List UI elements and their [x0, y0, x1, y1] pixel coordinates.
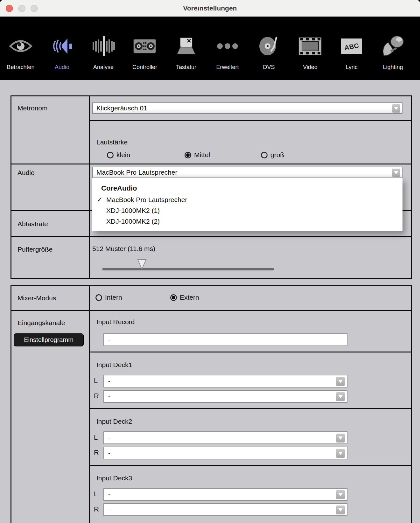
toolbar-item-video[interactable]: Video	[290, 31, 331, 71]
mixer-settings-table: Mixer-Modus Intern Extern Eingangskanäle…	[10, 285, 412, 523]
toolbar-item-label: Lighting	[383, 64, 403, 71]
dj-controller-icon	[133, 31, 156, 61]
deck1-l-select[interactable]: -	[103, 375, 347, 387]
radio-unselected-icon	[261, 152, 268, 158]
channel-l-label: L	[94, 433, 98, 442]
toolbar-item-label: Video	[303, 64, 318, 71]
mixer-modus-label: Mixer-Modus	[11, 286, 90, 310]
keyboard-key-icon	[176, 31, 197, 61]
input-record-field[interactable]: -	[103, 333, 347, 346]
toolbar-item-analyse[interactable]: Analyse	[83, 31, 124, 71]
eye-icon	[9, 31, 32, 61]
abc-icon: ABC	[340, 31, 363, 61]
metronom-row: Metronom Klickgeräusch 01 Lautstärke kle…	[11, 96, 411, 164]
channel-r-label: R	[94, 392, 99, 400]
dropdown-arrow-icon	[336, 449, 345, 458]
close-button[interactable]	[6, 5, 13, 12]
buffer-size-value: 512 Muster (11.6 ms)	[92, 245, 155, 253]
metronom-volume-area: Lautstärke klein Mittel groß	[90, 121, 411, 164]
menu-item-xdj-1000mk2-1[interactable]: XDJ-1000MK2 (1)	[92, 205, 402, 216]
radio-unselected-icon	[107, 152, 114, 158]
window-controls	[6, 5, 38, 12]
volume-label: Lautstärke	[96, 138, 128, 146]
moving-head-light-icon	[381, 31, 405, 61]
buffer-slider-track[interactable]	[102, 268, 274, 270]
preferences-toolbar: Betrachten Audio	[0, 17, 420, 80]
eingangskanaele-row: Eingangskanäle Einstellprogramm Input Re…	[11, 311, 411, 523]
waveform-bars-icon	[92, 31, 115, 61]
toolbar-item-label: Analyse	[93, 64, 114, 71]
toolbar-item-erweitert[interactable]: Erweitert	[207, 31, 248, 71]
dropdown-arrow-icon	[336, 377, 345, 386]
input-deck3-label: Input Deck3	[96, 474, 132, 482]
input-deck2-section: Input Deck2 L - R -	[90, 409, 411, 466]
channel-l-label: L	[94, 377, 98, 385]
toolbar-item-label: Erweitert	[216, 64, 239, 71]
toolbar-item-lyric[interactable]: ABC Lyric	[331, 31, 372, 71]
toolbar-item-label: Lyric	[346, 64, 357, 71]
deck2-l-select[interactable]: -	[103, 431, 347, 444]
preferences-window: Voreinstellungen Betrachten	[0, 0, 420, 523]
metronom-label: Metronom	[11, 96, 90, 164]
audio-label: Audio	[11, 164, 90, 210]
eingangskanaele-label: Eingangskanäle	[18, 319, 65, 326]
input-deck1-label: Input Deck1	[96, 361, 132, 369]
toolbar-item-betrachten[interactable]: Betrachten	[0, 31, 41, 71]
input-record-label: Input Record	[96, 318, 135, 326]
metronom-sound-select[interactable]: Klickgeräusch 01	[92, 102, 402, 114]
dropdown-arrow-icon	[392, 104, 400, 113]
deck3-l-select[interactable]: -	[103, 488, 347, 501]
mixer-option-intern[interactable]: Intern	[95, 294, 122, 301]
dropdown-arrow-icon	[392, 169, 400, 177]
volume-option-mittel[interactable]: Mittel	[185, 151, 210, 159]
toolbar-item-label: Audio	[55, 64, 69, 71]
toolbar-item-label: Controller	[132, 64, 157, 71]
input-record-section: Input Record -	[90, 311, 411, 352]
input-deck3-section: Input Deck3 L - R -	[90, 466, 411, 523]
deck2-r-select[interactable]: -	[103, 447, 347, 459]
input-deck1-section: Input Deck1 L - R -	[90, 352, 411, 409]
metronom-sound-value: Klickgeräusch 01	[96, 104, 147, 112]
dropdown-arrow-icon	[336, 392, 345, 401]
volume-option-klein[interactable]: klein	[107, 151, 130, 159]
channel-r-label: R	[94, 505, 99, 513]
toolbar-item-controller[interactable]: Controller	[124, 31, 165, 71]
mixer-modus-row: Mixer-Modus Intern Extern	[11, 286, 411, 311]
audio-device-select[interactable]: MacBook Pro Lautsprecher	[92, 167, 402, 178]
toolbar-item-tastatur[interactable]: Tastatur	[165, 31, 207, 71]
radio-selected-icon	[170, 294, 177, 301]
dropdown-arrow-icon	[336, 506, 345, 514]
dropdown-group-header: CoreAudio	[92, 184, 402, 194]
turntable-icon	[259, 31, 279, 61]
toolbar-item-audio[interactable]: Audio	[41, 31, 83, 71]
toolbar-item-label: Betrachten	[7, 64, 34, 71]
check-icon: ✓	[97, 194, 102, 205]
speaker-waves-icon	[51, 31, 73, 61]
radio-selected-icon	[185, 152, 191, 158]
menu-item-xdj-1000mk2-2[interactable]: XDJ-1000MK2 (2)	[92, 216, 402, 227]
volume-option-gross[interactable]: groß	[261, 151, 284, 159]
film-frame-icon	[298, 31, 322, 61]
dropdown-arrow-icon	[336, 434, 345, 443]
menu-item-macbook-pro-lautsprecher[interactable]: ✓ MacBook Pro Lautsprecher	[92, 194, 402, 205]
minimize-button[interactable]	[18, 5, 25, 12]
deck3-r-select[interactable]: -	[103, 503, 347, 516]
toolbar-item-dvs[interactable]: DVS	[248, 31, 290, 71]
abtastrate-label: Abtastrate	[11, 211, 90, 236]
zoom-button[interactable]	[31, 5, 38, 12]
channel-l-label: L	[94, 490, 98, 498]
deck1-r-select[interactable]: -	[103, 390, 347, 403]
puffergroesse-row: Puffergröße 512 Muster (11.6 ms)	[11, 237, 411, 278]
setup-utility-button[interactable]: Einstellprogramm	[14, 333, 84, 346]
buffer-slider-thumb[interactable]	[137, 259, 147, 271]
ellipsis-icon	[217, 31, 238, 61]
channel-r-label: R	[94, 449, 99, 457]
mixer-option-extern[interactable]: Extern	[170, 294, 199, 301]
metronom-sound-area: Klickgeräusch 01	[90, 96, 411, 121]
toolbar-item-label: DVS	[263, 64, 275, 71]
radio-unselected-icon	[95, 294, 102, 301]
puffergroesse-label: Puffergröße	[11, 237, 90, 278]
toolbar-item-label: Tastatur	[176, 64, 196, 71]
toolbar-item-lighting[interactable]: Lighting	[372, 31, 414, 71]
input-deck2-label: Input Deck2	[96, 418, 132, 425]
